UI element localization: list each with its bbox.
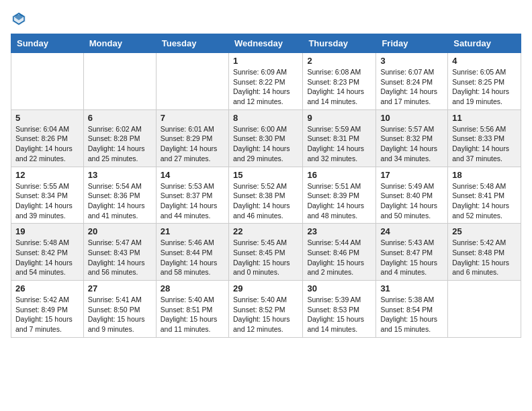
calendar: SundayMondayTuesdayWednesdayThursdayFrid… xyxy=(11,34,521,338)
day-number: 29 xyxy=(233,283,298,293)
day-cell: 17Sunrise: 5:49 AM Sunset: 8:40 PM Dayli… xyxy=(376,167,448,224)
day-info: Sunrise: 5:56 AM Sunset: 8:33 PM Dayligh… xyxy=(452,124,517,164)
day-info: Sunrise: 5:40 AM Sunset: 8:52 PM Dayligh… xyxy=(233,295,298,334)
weekday-header-thursday: Thursday xyxy=(303,34,376,53)
day-number: 14 xyxy=(161,170,224,180)
weekday-header-wednesday: Wednesday xyxy=(228,34,302,53)
day-cell: 12Sunrise: 5:55 AM Sunset: 8:34 PM Dayli… xyxy=(11,167,84,224)
day-info: Sunrise: 5:54 AM Sunset: 8:36 PM Dayligh… xyxy=(88,181,152,221)
day-info: Sunrise: 5:48 AM Sunset: 8:42 PM Dayligh… xyxy=(15,238,79,277)
day-cell: 5Sunrise: 6:04 AM Sunset: 8:26 PM Daylig… xyxy=(11,109,84,167)
day-info: Sunrise: 6:05 AM Sunset: 8:25 PM Dayligh… xyxy=(452,67,517,107)
day-cell: 1Sunrise: 6:09 AM Sunset: 8:22 PM Daylig… xyxy=(228,53,302,110)
day-number: 24 xyxy=(380,226,443,236)
day-info: Sunrise: 5:52 AM Sunset: 8:38 PM Dayligh… xyxy=(233,181,298,221)
day-info: Sunrise: 6:07 AM Sunset: 8:24 PM Dayligh… xyxy=(380,67,443,107)
day-number: 5 xyxy=(15,113,79,123)
page-header xyxy=(11,11,521,27)
day-number: 25 xyxy=(452,226,517,236)
day-info: Sunrise: 5:47 AM Sunset: 8:43 PM Dayligh… xyxy=(88,238,152,277)
day-info: Sunrise: 5:41 AM Sunset: 8:50 PM Dayligh… xyxy=(88,295,152,334)
day-info: Sunrise: 5:48 AM Sunset: 8:41 PM Dayligh… xyxy=(452,181,517,221)
day-number: 1 xyxy=(233,56,298,66)
day-info: Sunrise: 5:39 AM Sunset: 8:53 PM Dayligh… xyxy=(307,295,371,334)
weekday-header-friday: Friday xyxy=(376,34,448,53)
day-cell: 8Sunrise: 6:00 AM Sunset: 8:30 PM Daylig… xyxy=(228,109,302,167)
day-number: 8 xyxy=(233,113,298,123)
day-number: 17 xyxy=(380,170,443,180)
day-cell xyxy=(83,53,156,110)
weekday-header-tuesday: Tuesday xyxy=(156,34,228,53)
day-number: 9 xyxy=(307,113,371,123)
day-number: 16 xyxy=(307,170,371,180)
day-number: 19 xyxy=(15,226,79,236)
day-cell: 27Sunrise: 5:41 AM Sunset: 8:50 PM Dayli… xyxy=(83,281,156,338)
day-number: 27 xyxy=(88,283,152,293)
day-number: 23 xyxy=(307,226,371,236)
day-number: 10 xyxy=(380,113,443,123)
day-cell: 13Sunrise: 5:54 AM Sunset: 8:36 PM Dayli… xyxy=(83,167,156,224)
day-number: 18 xyxy=(452,170,517,180)
day-cell: 3Sunrise: 6:07 AM Sunset: 8:24 PM Daylig… xyxy=(376,53,448,110)
day-cell: 4Sunrise: 6:05 AM Sunset: 8:25 PM Daylig… xyxy=(448,53,521,110)
logo-icon xyxy=(11,11,27,27)
day-number: 20 xyxy=(88,226,152,236)
day-info: Sunrise: 5:55 AM Sunset: 8:34 PM Dayligh… xyxy=(15,181,79,221)
weekday-header-saturday: Saturday xyxy=(448,34,521,53)
day-info: Sunrise: 6:00 AM Sunset: 8:30 PM Dayligh… xyxy=(233,124,298,164)
day-cell: 19Sunrise: 5:48 AM Sunset: 8:42 PM Dayli… xyxy=(11,224,84,281)
day-cell: 10Sunrise: 5:57 AM Sunset: 8:32 PM Dayli… xyxy=(376,109,448,167)
day-number: 12 xyxy=(15,170,79,180)
day-info: Sunrise: 5:57 AM Sunset: 8:32 PM Dayligh… xyxy=(380,124,443,164)
week-row-1: 1Sunrise: 6:09 AM Sunset: 8:22 PM Daylig… xyxy=(11,53,521,110)
day-number: 4 xyxy=(452,56,517,66)
day-number: 15 xyxy=(233,170,298,180)
day-info: Sunrise: 5:51 AM Sunset: 8:39 PM Dayligh… xyxy=(307,181,371,221)
day-number: 3 xyxy=(380,56,443,66)
day-number: 6 xyxy=(88,113,152,123)
day-cell: 2Sunrise: 6:08 AM Sunset: 8:23 PM Daylig… xyxy=(303,53,376,110)
day-number: 7 xyxy=(161,113,224,123)
day-number: 11 xyxy=(452,113,517,123)
week-row-5: 26Sunrise: 5:42 AM Sunset: 8:49 PM Dayli… xyxy=(11,281,521,338)
day-number: 22 xyxy=(233,226,298,236)
logo xyxy=(11,11,30,27)
day-cell: 14Sunrise: 5:53 AM Sunset: 8:37 PM Dayli… xyxy=(156,167,228,224)
day-number: 26 xyxy=(15,283,79,293)
weekday-header-sunday: Sunday xyxy=(11,34,84,53)
week-row-4: 19Sunrise: 5:48 AM Sunset: 8:42 PM Dayli… xyxy=(11,224,521,281)
day-cell: 25Sunrise: 5:42 AM Sunset: 8:48 PM Dayli… xyxy=(448,224,521,281)
week-row-3: 12Sunrise: 5:55 AM Sunset: 8:34 PM Dayli… xyxy=(11,167,521,224)
day-cell xyxy=(11,53,84,110)
day-info: Sunrise: 6:02 AM Sunset: 8:28 PM Dayligh… xyxy=(88,124,152,164)
day-number: 21 xyxy=(161,226,224,236)
day-cell: 31Sunrise: 5:38 AM Sunset: 8:54 PM Dayli… xyxy=(376,281,448,338)
day-info: Sunrise: 5:53 AM Sunset: 8:37 PM Dayligh… xyxy=(161,181,224,221)
day-cell: 28Sunrise: 5:40 AM Sunset: 8:51 PM Dayli… xyxy=(156,281,228,338)
day-info: Sunrise: 5:44 AM Sunset: 8:46 PM Dayligh… xyxy=(307,238,371,277)
day-cell: 29Sunrise: 5:40 AM Sunset: 8:52 PM Dayli… xyxy=(228,281,302,338)
day-info: Sunrise: 5:49 AM Sunset: 8:40 PM Dayligh… xyxy=(380,181,443,221)
day-info: Sunrise: 5:38 AM Sunset: 8:54 PM Dayligh… xyxy=(380,295,443,334)
day-number: 2 xyxy=(307,56,371,66)
day-number: 31 xyxy=(380,283,443,293)
day-info: Sunrise: 5:45 AM Sunset: 8:45 PM Dayligh… xyxy=(233,238,298,277)
day-cell: 23Sunrise: 5:44 AM Sunset: 8:46 PM Dayli… xyxy=(303,224,376,281)
day-info: Sunrise: 5:59 AM Sunset: 8:31 PM Dayligh… xyxy=(307,124,371,164)
day-info: Sunrise: 5:42 AM Sunset: 8:49 PM Dayligh… xyxy=(15,295,79,334)
day-cell: 9Sunrise: 5:59 AM Sunset: 8:31 PM Daylig… xyxy=(303,109,376,167)
day-info: Sunrise: 6:09 AM Sunset: 8:22 PM Dayligh… xyxy=(233,67,298,107)
day-info: Sunrise: 6:08 AM Sunset: 8:23 PM Dayligh… xyxy=(307,67,371,107)
day-cell: 15Sunrise: 5:52 AM Sunset: 8:38 PM Dayli… xyxy=(228,167,302,224)
weekday-header-row: SundayMondayTuesdayWednesdayThursdayFrid… xyxy=(11,34,521,53)
day-cell: 11Sunrise: 5:56 AM Sunset: 8:33 PM Dayli… xyxy=(448,109,521,167)
day-cell: 22Sunrise: 5:45 AM Sunset: 8:45 PM Dayli… xyxy=(228,224,302,281)
day-number: 30 xyxy=(307,283,371,293)
day-info: Sunrise: 6:01 AM Sunset: 8:29 PM Dayligh… xyxy=(161,124,224,164)
day-info: Sunrise: 5:46 AM Sunset: 8:44 PM Dayligh… xyxy=(161,238,224,277)
day-cell: 24Sunrise: 5:43 AM Sunset: 8:47 PM Dayli… xyxy=(376,224,448,281)
day-cell: 16Sunrise: 5:51 AM Sunset: 8:39 PM Dayli… xyxy=(303,167,376,224)
day-info: Sunrise: 6:04 AM Sunset: 8:26 PM Dayligh… xyxy=(15,124,79,164)
day-number: 13 xyxy=(88,170,152,180)
day-cell xyxy=(156,53,228,110)
